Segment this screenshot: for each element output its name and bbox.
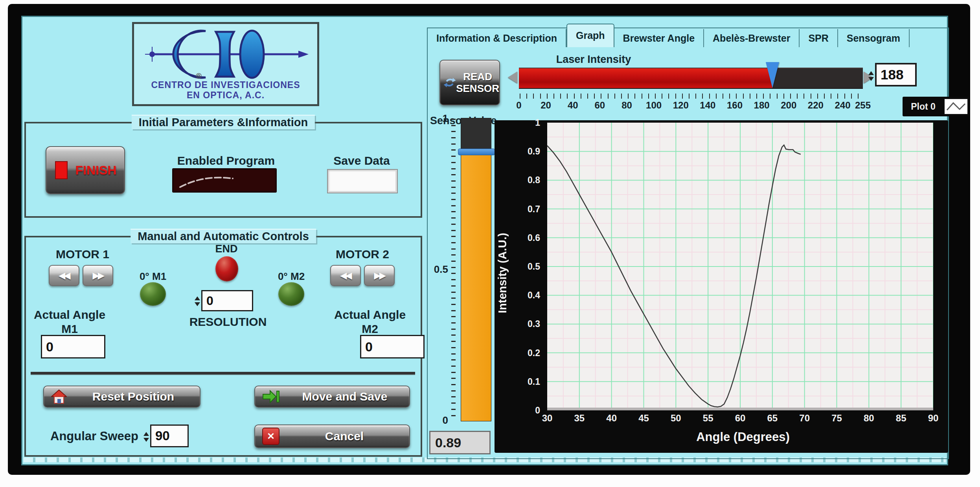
x-tick-label: 50 [666, 413, 685, 424]
read-sensor-button[interactable]: READ SENSOR [439, 60, 500, 105]
sensor-scale-label: 0 [443, 414, 448, 426]
cio-logo-graphic [134, 24, 317, 79]
finish-button-label: FINISH [68, 163, 124, 178]
cancel-button[interactable]: ✕ Cancel [254, 425, 410, 448]
y-axis-tick-labels: 00.10.20.30.40.50.60.70.80.91 [517, 123, 543, 410]
laser-tick-label: 60 [590, 100, 610, 111]
logo-org-line2: EN OPTICA, A.C. [134, 90, 317, 101]
reset-position-button[interactable]: Reset Position [43, 386, 200, 408]
y-axis-label: Intensity (A.U.) [496, 214, 510, 332]
actual-angle-m1-label: Actual Angle [28, 308, 111, 322]
enabled-program-indicator [172, 168, 277, 193]
motor2-buttons: ◀◀ ▶▶ [330, 265, 395, 286]
m1-zero-led [140, 282, 166, 306]
laser-tick-label: 0 [509, 100, 529, 111]
enabled-program-needle [174, 170, 275, 191]
angular-sweep-spinner[interactable] [143, 426, 149, 447]
laser-value-spinner[interactable] [868, 66, 874, 86]
application-window: ® CENTRO DE INVESTIGACIONES EN OPTICA, A… [0, 0, 980, 487]
fast-forward-icon: ▶▶ [93, 271, 103, 280]
sensor-slider-fill [461, 152, 491, 421]
laser-tick-label: 220 [805, 100, 826, 111]
cio-logo: ® CENTRO DE INVESTIGACIONES EN OPTICA, A… [132, 22, 319, 106]
tab-graph[interactable]: Graph [566, 24, 614, 47]
laser-tick-marks [520, 94, 863, 99]
sensor-scale-labels: 10.50 [423, 114, 448, 417]
sensor-slider-track[interactable] [461, 118, 491, 421]
laser-tick-labels: 020406080100120140160180200220240255 [519, 100, 863, 112]
finish-stop-icon [55, 161, 68, 179]
x-tick-label: 85 [892, 413, 910, 424]
sensor-scale-label: 1 [443, 112, 448, 125]
sensor-tick-marks [451, 119, 456, 420]
laser-slider-fill [519, 68, 772, 88]
motor2-forward-button[interactable]: ▶▶ [364, 265, 395, 286]
tab-spr[interactable]: SPR [800, 29, 838, 47]
laser-tick-label: 255 [853, 100, 873, 111]
motor2-reverse-button[interactable]: ◀◀ [330, 265, 361, 286]
laser-intensity-label: Laser Intensity [550, 53, 637, 66]
cancel-x-icon: ✕ [262, 428, 279, 445]
actual-angle-m1-value[interactable]: 0 [41, 335, 105, 358]
m2-label: M2 [329, 322, 411, 336]
move-arrow-icon [262, 389, 280, 404]
enabled-program-label: Enabled Program [173, 154, 279, 167]
laser-slider-track[interactable] [519, 68, 863, 89]
move-and-save-button[interactable]: Move and Save [254, 386, 410, 408]
m2-zero-led [278, 282, 304, 306]
actual-angle-m2-value[interactable]: 0 [360, 335, 425, 358]
motor1-reverse-button[interactable]: ◀◀ [49, 265, 79, 286]
motor1-forward-button[interactable]: ▶▶ [83, 265, 113, 286]
section-divider [31, 372, 415, 375]
end-led [215, 256, 238, 281]
laser-tick-label: 40 [563, 100, 583, 111]
tab-bar: Information & DescriptionGraphBrewster A… [428, 28, 910, 47]
resolution-spinner[interactable] [194, 291, 200, 311]
spinner-up-icon [868, 71, 874, 75]
laser-tick-label: 20 [536, 100, 556, 111]
tab-abel-s-brewster[interactable]: Abelès-Brewster [704, 29, 800, 47]
save-data-field[interactable] [327, 169, 398, 193]
sensor-slider-handle[interactable] [458, 149, 495, 155]
spinner-down-icon [195, 302, 200, 306]
initial-parameters-title: Initial Parameters &Information [132, 115, 315, 129]
read-sensor-line1: READ [456, 71, 499, 83]
save-data-label: Save Data [326, 154, 397, 167]
tab-brewster-angle[interactable]: Brewster Angle [614, 29, 704, 47]
x-tick-label: 75 [827, 413, 846, 424]
laser-decrement-arrow[interactable] [508, 72, 517, 83]
tab-sensogram[interactable]: Sensogram [838, 29, 910, 47]
m1-zero-label: 0° M1 [135, 270, 171, 283]
x-tick-label: 60 [731, 413, 750, 424]
y-tick-label: 1 [535, 118, 540, 128]
registered-mark: ® [177, 72, 221, 81]
x-tick-label: 70 [795, 413, 814, 424]
m2-zero-label: 0° M2 [274, 270, 309, 283]
angular-sweep-label: Angular Sweep [50, 429, 143, 443]
plot-area[interactable] [547, 123, 933, 410]
laser-tick-label: 160 [724, 100, 745, 111]
finish-button[interactable]: FINISH [46, 146, 125, 194]
y-tick-label: 0.8 [528, 175, 540, 186]
y-tick-label: 0.4 [528, 290, 540, 301]
rewind-icon: ◀◀ [340, 271, 351, 280]
angular-sweep-input[interactable]: 90 [150, 425, 189, 447]
x-axis-tick-labels: 30354045505560657075808590 [547, 413, 933, 426]
plot-canvas [547, 123, 933, 410]
spinner-up-icon [195, 296, 200, 300]
y-tick-label: 0.7 [528, 204, 540, 215]
x-tick-label: 90 [924, 413, 943, 424]
laser-value-input[interactable]: 188 [875, 63, 917, 86]
sensor-value-display: 0.89 [429, 431, 491, 454]
laser-tick-label: 180 [752, 100, 772, 111]
motor2-label: MOTOR 2 [329, 248, 395, 261]
x-tick-label: 45 [634, 413, 653, 424]
laser-tick-label: 140 [697, 100, 718, 111]
plot-legend[interactable]: Plot 0 [903, 97, 969, 116]
resolution-input[interactable]: 0 [201, 290, 253, 311]
spinner-up-icon [143, 432, 149, 436]
laser-slider-handle[interactable] [766, 62, 779, 88]
resolution-label: RESOLUTION [185, 315, 271, 329]
laser-tick-label: 240 [833, 100, 853, 111]
tab-information-description[interactable]: Information & Description [428, 29, 566, 47]
